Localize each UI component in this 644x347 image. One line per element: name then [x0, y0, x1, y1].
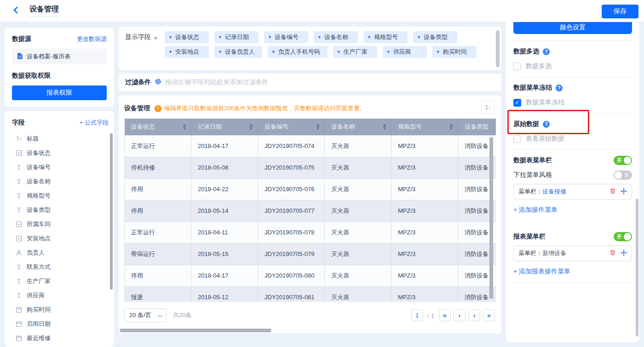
last-page-button[interactable]: »	[483, 309, 495, 321]
checkbox-unchecked-icon[interactable]	[513, 63, 521, 70]
help-icon[interactable]: ?	[543, 48, 550, 55]
field-list-item[interactable]: 供应商	[12, 288, 109, 302]
menu-item-device-repair[interactable]: 菜单栏： 设备报修	[513, 184, 632, 199]
table-horizontal-scrollbar[interactable]	[120, 329, 271, 332]
color-settings-button[interactable]: 颜色设置	[513, 21, 632, 34]
table-row[interactable]: 报废2018-05-12JDY20190705-081灭火器MPZ/3消防设备	[125, 286, 496, 302]
fields-scrollbar[interactable]	[110, 133, 113, 290]
change-datasource-link[interactable]: 更改数据源	[77, 35, 107, 43]
table-row[interactable]: 停用2018-05-14JDY20190705-077灭火器MPZ/3消防设备	[125, 200, 496, 222]
menu-item-name[interactable]: 设备报修	[542, 188, 566, 196]
table-column-header[interactable]: 设备状态	[125, 119, 191, 135]
menu-item-name[interactable]: 新增设备	[542, 249, 566, 257]
field-list-item[interactable]: 启用日期	[12, 317, 109, 331]
datasource-panel: 数据源 更改数据源 设备档案-履历表 数据获取权限 报表权限	[5, 28, 114, 107]
table-row[interactable]: 停用2018-04-17JDY20190705-080灭火器MPZ/3消防设备	[125, 265, 496, 286]
gear-icon[interactable]	[155, 78, 161, 87]
sort-order-button[interactable]: 1↓	[481, 100, 495, 114]
table-column-header[interactable]: 记录日期	[191, 119, 258, 135]
chevron-down-icon: ▼	[168, 50, 172, 54]
field-list-item[interactable]: 最近维修	[12, 331, 109, 345]
table-cell: 2018-05-08	[191, 157, 258, 178]
field-list-item[interactable]: 生产厂家	[12, 274, 109, 288]
table-column-header[interactable]: 设备类型	[458, 119, 496, 135]
datasource-name: 设备档案-履历表	[27, 52, 70, 61]
checkbox-checked-icon[interactable]: ✓	[513, 99, 521, 107]
field-list-item[interactable]: 设备状态	[12, 146, 109, 160]
table-row[interactable]: 带病运行2018-05-15JDY20190705-079灭火器MPZ/3消防设…	[125, 243, 496, 265]
report-permission-button[interactable]: 报表权限	[12, 85, 107, 100]
table-cell: 灭火器	[325, 265, 391, 286]
chip-label: 设备类型	[424, 33, 448, 41]
display-field-chip[interactable]: ▼ 设备名称	[314, 31, 358, 43]
display-field-chip[interactable]: ▼ 供应商	[383, 46, 427, 58]
table-cell: 灭火器	[325, 222, 391, 243]
multi-select-option[interactable]: 数据多选	[513, 62, 632, 70]
add-formula-field-link[interactable]: + 公式字段	[80, 119, 109, 127]
add-display-field-button[interactable]: +	[154, 34, 158, 41]
field-list-item[interactable]: 负责人	[12, 245, 109, 260]
sort-arrows-icon[interactable]	[183, 124, 186, 130]
display-field-chip[interactable]: ▼ 生产厂家	[333, 46, 377, 58]
table-cell: 2018-05-15	[191, 243, 258, 265]
field-list-item[interactable]: 标题	[12, 131, 109, 146]
text-field-icon	[16, 207, 22, 213]
dropdown-style-toggle[interactable]: 关	[614, 171, 632, 180]
field-list-item[interactable]: 规格型号	[12, 188, 109, 203]
add-action-menu-link[interactable]: + 添加操作菜单	[513, 206, 632, 214]
filter-bar[interactable]: 过滤条件 拖动左侧字段到此处来添加过滤条件	[119, 74, 501, 91]
sort-arrows-icon[interactable]	[249, 124, 253, 130]
page-size-select[interactable]: 20 条/页	[124, 308, 167, 322]
table-column-header[interactable]: 规格型号	[391, 119, 458, 135]
table-vertical-scrollbar[interactable]	[489, 137, 493, 299]
back-button[interactable]	[12, 6, 19, 16]
checkbox-unchecked-icon[interactable]	[513, 135, 521, 143]
field-list-item[interactable]: 所属车间	[12, 217, 109, 231]
field-list-item[interactable]: 联系方式	[12, 260, 109, 274]
display-fields-scrollbar[interactable]	[496, 30, 500, 67]
display-field-chip[interactable]: ▼ 规格型号	[363, 31, 408, 43]
warning-icon: !	[155, 105, 161, 112]
display-field-chip[interactable]: ▼ 设备编号	[264, 31, 308, 43]
field-list-item[interactable]: 安装地点	[12, 231, 109, 245]
data-table-menu-toggle[interactable]: 开	[614, 156, 632, 165]
display-field-chip[interactable]: ▼ 设备类型	[413, 31, 457, 43]
menu-freeze-option[interactable]: ✓ 数据菜单冻结	[513, 98, 632, 107]
table-column-header[interactable]: 设备名称	[325, 119, 391, 135]
display-field-chip[interactable]: ▼ 负责人手机号码	[268, 46, 328, 58]
trash-icon[interactable]	[610, 188, 616, 196]
table-row[interactable]: 停机待修2018-05-08JDY20190705-075灭火器MPZ/3消防设…	[125, 157, 496, 178]
help-icon[interactable]: ?	[543, 121, 550, 128]
field-list-item[interactable]: 购买时间	[12, 302, 109, 317]
field-list-item[interactable]: 设备编号	[12, 160, 109, 174]
move-icon[interactable]	[621, 188, 627, 196]
field-list-item[interactable]: 设备名称	[12, 174, 109, 188]
save-button[interactable]: 保存	[602, 5, 638, 18]
trash-icon[interactable]	[610, 250, 616, 257]
display-field-chip[interactable]: ▼ 购买时间	[432, 46, 477, 58]
sort-arrows-icon[interactable]	[449, 124, 453, 130]
settings-scrollbar[interactable]	[636, 199, 638, 336]
prev-page-button[interactable]: ‹	[454, 309, 466, 321]
field-list-item[interactable]: 设备类型	[12, 203, 109, 217]
next-page-button[interactable]: ›	[468, 309, 480, 321]
display-field-chip[interactable]: ▼ 设备负责人	[214, 46, 262, 58]
report-menu-toggle[interactable]: 开	[614, 232, 632, 241]
display-field-chip[interactable]: ▼ 安装地点	[165, 46, 209, 58]
sort-arrows-icon[interactable]	[383, 124, 386, 130]
display-field-chip[interactable]: ▼ 设备状态	[165, 31, 209, 43]
sort-arrows-icon[interactable]	[316, 124, 320, 130]
first-page-button[interactable]: «	[439, 309, 451, 321]
help-icon[interactable]: ?	[556, 85, 563, 91]
move-icon[interactable]	[621, 250, 627, 257]
menu-item-new-device[interactable]: 菜单栏： 新增设备	[513, 245, 632, 261]
display-field-chip[interactable]: ▼ 记录日期	[214, 31, 259, 43]
table-row[interactable]: 正常运行2018-04-17JDY20190705-074灭火器MPZ/3消防设…	[125, 135, 496, 157]
raw-data-option[interactable]: 查看原始数据	[513, 135, 632, 143]
table-column-header[interactable]: 设备编号	[258, 119, 325, 135]
current-page-input[interactable]: 1	[411, 309, 423, 321]
table-row[interactable]: 正常运行2018-04-11JDY20190705-078灭火器MPZ/3消防设…	[125, 222, 496, 243]
datasource-item[interactable]: 设备档案-履历表	[12, 49, 107, 64]
add-report-action-menu-link[interactable]: + 添加报表操作菜单	[513, 267, 632, 276]
table-row[interactable]: 停用2018-04-22JDY20190705-076灭火器MPZ/3消防设备	[125, 178, 496, 200]
